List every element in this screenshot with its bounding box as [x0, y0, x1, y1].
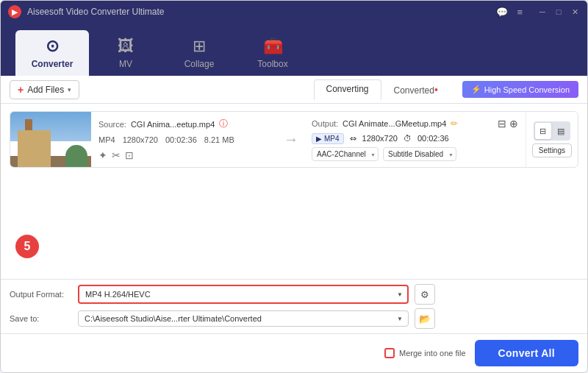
save-to-label: Save to: [10, 314, 72, 323]
resolution-icon: ⇔ [350, 134, 356, 143]
format-settings-icon-button[interactable]: ⚙ [415, 284, 435, 305]
converted-tab[interactable]: Converted• [381, 79, 451, 100]
grid-view-button[interactable]: ⊟ [535, 123, 551, 139]
convert-all-button[interactable]: Convert All [475, 340, 578, 366]
step-5-circle: 5 [15, 235, 39, 258]
close-button[interactable]: ✕ [570, 7, 580, 17]
view-toggle-group: ⊟ ▤ [534, 121, 570, 141]
edit-icon[interactable]: ✏ [451, 118, 458, 129]
audio-select[interactable]: AAC-2Channel [312, 147, 379, 161]
main-content: Source: CGI Anima...eetup.mp4 ⓘ MP4 1280… [1, 104, 587, 333]
format-badge-icon: ▶ [316, 135, 322, 143]
output-label: Output: [312, 119, 338, 128]
format-select-wrapper: MP4 H.264/HEVC [78, 285, 409, 304]
window-title: Aiseesoft Video Converter Ultimate [27, 7, 165, 17]
output-selects: AAC-2Channel Subtitle Disabled [312, 147, 518, 161]
plus-icon: + [18, 84, 24, 96]
bolt-icon: ⚡ [471, 85, 481, 94]
output-format-row: ▶ MP4 ⇔ 1280x720 ⏱ 00:02:36 [312, 133, 518, 144]
merge-checkbox[interactable] [384, 348, 395, 358]
output-icon2[interactable]: ⊕ [509, 118, 518, 129]
minimize-button[interactable]: ─ [537, 7, 548, 17]
toolbox-icon: 🧰 [263, 37, 283, 56]
collage-icon: ⊞ [193, 37, 206, 56]
source-label: Source: [98, 120, 126, 129]
file-thumbnail [10, 112, 91, 167]
info-icon[interactable]: ⓘ [219, 118, 228, 130]
converter-icon: ⊙ [46, 37, 59, 56]
convert-arrow-icon: → [278, 112, 304, 167]
mv-icon: 🖼 [118, 37, 134, 56]
tab-converter-label: Converter [32, 59, 74, 69]
convert-all-area: Merge into one file Convert All [1, 333, 587, 372]
save-to-select-wrapper: C:\Aiseesoft Studio\Aise...rter Ultimate… [78, 310, 409, 327]
title-bar-left: ▶ Aiseesoft Video Converter Ultimate [8, 5, 165, 18]
converted-tab-label: Converted [394, 85, 434, 96]
tab-collage[interactable]: ⊞ Collage [162, 30, 236, 76]
maximize-button[interactable]: □ [553, 7, 564, 17]
title-bar-icons: 💬 ≡ [496, 7, 523, 18]
logo-icon: ▶ [12, 8, 18, 16]
add-files-dropdown-icon: ▾ [68, 86, 71, 93]
save-to-select[interactable]: C:\Aiseesoft Studio\Aise...rter Ultimate… [78, 310, 409, 327]
thumb-trees [65, 145, 87, 167]
output-info: Output: CGI Animate...GMeetup.mp4 ✏ ⊟ ⊕ … [304, 112, 526, 167]
browse-folder-button[interactable]: 📂 [415, 308, 435, 329]
thumb-tower [25, 119, 32, 130]
output-format-label: Output Format: [10, 290, 72, 299]
file-duration: 00:02:36 [165, 135, 197, 144]
converting-tab-label: Converting [326, 84, 369, 94]
file-codec: MP4 [98, 135, 115, 144]
file-info: Source: CGI Anima...eetup.mp4 ⓘ MP4 1280… [91, 112, 278, 167]
main-spacer [1, 175, 587, 279]
output-format-select[interactable]: MP4 H.264/HEVC [78, 285, 409, 304]
add-files-button[interactable]: + Add Files ▾ [10, 80, 79, 99]
high-speed-label: High Speed Conversion [484, 85, 570, 94]
crop-icon[interactable]: ⊡ [125, 149, 134, 161]
tab-toolbox-label: Toolbox [257, 59, 287, 69]
format-badge: ▶ MP4 [312, 133, 344, 144]
output-filename: CGI Animate...GMeetup.mp4 [343, 119, 446, 128]
add-files-label: Add Files [27, 85, 64, 95]
save-to-row: Save to: C:\Aiseesoft Studio\Aise...rter… [10, 308, 578, 329]
high-speed-button[interactable]: ⚡ High Speed Conversion [462, 81, 578, 98]
file-source-row: Source: CGI Anima...eetup.mp4 ⓘ [98, 118, 270, 130]
tab-converter[interactable]: ⊙ Converter [15, 30, 89, 76]
output-duration: 00:02:36 [417, 134, 449, 143]
settings-button[interactable]: Settings [532, 143, 572, 157]
output-resolution: 1280x720 [362, 134, 398, 143]
clock-icon: ⏱ [404, 134, 412, 143]
file-size: 8.21 MB [204, 135, 234, 144]
menu-icon[interactable]: ≡ [517, 7, 523, 18]
main-window: ▶ Aiseesoft Video Converter Ultimate 💬 ≡… [0, 0, 588, 373]
source-filename: CGI Anima...eetup.mp4 [131, 120, 215, 129]
output-format-row-bottom: Output Format: MP4 H.264/HEVC ⚙ [10, 284, 578, 305]
output-action-icons: ⊟ ⊕ [498, 118, 518, 129]
list-view-button[interactable]: ▤ [553, 123, 569, 139]
scissors-icon[interactable]: ✂ [112, 149, 121, 161]
output-source-row: Output: CGI Animate...GMeetup.mp4 ✏ ⊟ ⊕ [312, 118, 518, 129]
thumb-building [18, 130, 51, 167]
file-resolution: 1280x720 [123, 135, 158, 144]
merge-label: Merge into one file [399, 349, 466, 358]
output-icon1[interactable]: ⊟ [498, 118, 506, 129]
title-bar: ▶ Aiseesoft Video Converter Ultimate 💬 ≡… [1, 1, 587, 23]
bottom-bar: Output Format: MP4 H.264/HEVC ⚙ Save to:… [1, 279, 587, 333]
step-number: 5 [24, 240, 31, 253]
file-meta: MP4 1280x720 00:02:36 8.21 MB [98, 135, 270, 144]
tab-mv-label: MV [119, 59, 132, 69]
wand-icon[interactable]: ✦ [98, 149, 107, 161]
app-logo: ▶ [8, 5, 21, 18]
tab-mv[interactable]: 🖼 MV [89, 30, 162, 76]
entry-right: ⊟ ▤ Settings [526, 112, 578, 167]
subtitle-select[interactable]: Subtitle Disabled [383, 147, 456, 161]
converted-dot: • [434, 84, 438, 96]
converting-tabs: Converting Converted• [314, 79, 451, 100]
chat-icon[interactable]: 💬 [496, 7, 508, 18]
nav-bar: ⊙ Converter 🖼 MV ⊞ Collage 🧰 Toolbox [1, 23, 587, 76]
converting-tab[interactable]: Converting [314, 79, 381, 100]
tab-toolbox[interactable]: 🧰 Toolbox [236, 30, 309, 76]
file-actions: ✦ ✂ ⊡ [98, 149, 270, 161]
merge-checkbox-row: Merge into one file [384, 348, 466, 358]
toolbar: + Add Files ▾ Converting Converted• ⚡ Hi… [1, 76, 587, 104]
